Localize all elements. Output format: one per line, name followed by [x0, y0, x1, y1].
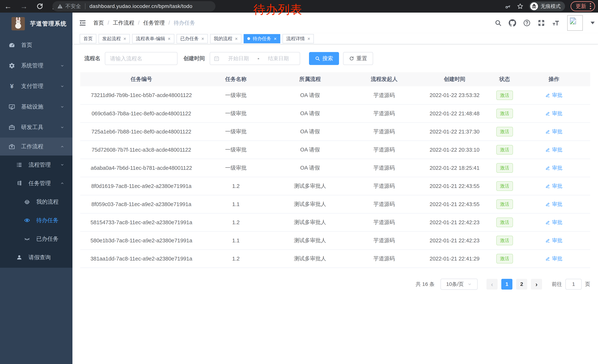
help-icon[interactable] — [523, 19, 531, 27]
tab-label: 我的流程 — [214, 36, 232, 42]
security-label[interactable]: 不安全 — [65, 3, 81, 10]
sidebar-item-task-management[interactable]: 任务管理 — [0, 174, 72, 193]
approve-link[interactable]: 审批 — [545, 237, 562, 244]
forward-icon[interactable]: → — [20, 2, 28, 10]
tab-close-icon[interactable]: × — [235, 36, 238, 41]
page-number-button[interactable]: 2 — [516, 279, 527, 290]
approve-link[interactable]: 审批 — [545, 164, 562, 171]
app-title: 芋道管理系统 — [30, 20, 67, 28]
process-name-label: 流程名 — [84, 55, 100, 62]
edit-pen-icon — [545, 220, 550, 225]
sidebar-item-done-tasks[interactable]: 已办任务 — [0, 230, 72, 248]
search-button[interactable]: 搜索 — [309, 52, 339, 65]
tab-close-icon[interactable]: × — [274, 36, 277, 41]
address-bar[interactable]: 不安全 dashboard.yudao.iocoder.cn/bpm/task/… — [52, 1, 216, 11]
create-time: 2022-01-22 21:37:30 — [430, 129, 479, 135]
sidebar-item-workflow[interactable]: 工作流程 — [0, 138, 72, 155]
app-logo-row[interactable]: 芋道管理系统 — [0, 13, 72, 35]
next-page-button[interactable]: › — [531, 279, 542, 290]
url-text[interactable]: dashboard.yudao.iocoder.cn/bpm/task/todo — [90, 3, 192, 9]
approve-link[interactable]: 审批 — [545, 183, 562, 190]
sidebar-item-leave-query[interactable]: 请假查询 — [0, 248, 72, 267]
column-header: 状态 — [492, 72, 518, 86]
sidebar-item-label: 基础设施 — [21, 103, 43, 111]
reload-icon[interactable] — [36, 2, 44, 10]
approve-link[interactable]: 审批 — [545, 128, 562, 135]
tab[interactable]: 待办任务 × — [244, 34, 280, 43]
tab-close-icon[interactable]: × — [168, 36, 171, 41]
pagination: 共 16 条 10条/页 ‹ 12 › 前往 页 — [80, 279, 590, 290]
back-icon[interactable]: ← — [4, 2, 12, 10]
sidebar-item-label: 已办任务 — [36, 235, 58, 243]
font-size-icon[interactable] — [552, 19, 560, 27]
approve-link[interactable]: 审批 — [545, 255, 562, 262]
approve-link[interactable]: 审批 — [545, 201, 562, 208]
goto-page-input[interactable] — [565, 279, 582, 290]
sidebar-item-system[interactable]: 系统管理 — [0, 55, 72, 76]
tab[interactable]: 发起流程 × — [99, 34, 130, 43]
edit-pen-icon — [545, 238, 550, 243]
tab[interactable]: 我的流程 × — [210, 34, 241, 43]
process-starter: 芋道源码 — [374, 183, 395, 189]
task-id: 73211d9d-7b9b-11ec-b5b7-acde48001122 — [91, 92, 192, 98]
avatar[interactable] — [567, 15, 583, 31]
github-icon[interactable] — [509, 19, 516, 27]
sidebar-item-label: 流程管理 — [29, 161, 51, 169]
approve-link[interactable]: 审批 — [545, 110, 562, 117]
fullscreen-icon[interactable] — [538, 19, 545, 27]
sidebar-item-label: 支付管理 — [21, 82, 43, 90]
sidebar-item-devtools[interactable]: 研发工具 — [0, 117, 72, 138]
approve-link[interactable]: 审批 — [545, 146, 562, 153]
tab[interactable]: 流程详情 × — [282, 34, 314, 43]
bookmark-star-icon[interactable] — [517, 3, 523, 10]
prev-page-button[interactable]: ‹ — [486, 279, 498, 290]
overlay-annotation: 待办列表 — [253, 1, 302, 18]
breadcrumb-item[interactable]: 工作流程 — [113, 19, 143, 27]
sidebar-item-payment[interactable]: ¥ 支付管理 — [0, 76, 72, 97]
list-icon — [15, 162, 23, 168]
sidebar-item-process-management[interactable]: 流程管理 — [0, 155, 72, 174]
task-name: 一级审批 — [225, 129, 247, 134]
tab[interactable]: 已办任务 × — [176, 34, 208, 43]
approve-label: 审批 — [552, 92, 562, 99]
sidebar-item-todo-tasks[interactable]: 待办任务 — [0, 211, 72, 230]
search-button-label: 搜索 — [322, 55, 333, 62]
approve-link[interactable]: 审批 — [545, 219, 562, 226]
browser-update-button[interactable]: 更新 — [571, 1, 595, 11]
reset-button[interactable]: 重置 — [343, 52, 373, 65]
process-name: OA 请假 — [300, 147, 320, 153]
breadcrumb-item[interactable]: 待办任务 — [174, 19, 195, 27]
avatar-dropdown-caret[interactable] — [590, 22, 595, 24]
tab-close-icon[interactable]: × — [307, 36, 310, 41]
tab-close-icon[interactable]: × — [201, 36, 204, 41]
tab[interactable]: 流程表单-编辑 × — [132, 34, 174, 43]
sidebar-item-label: 我的流程 — [36, 198, 58, 206]
search-icon[interactable] — [495, 19, 502, 26]
page-size-select[interactable]: 10条/页 — [440, 279, 478, 290]
tab-close-icon[interactable]: × — [123, 36, 126, 41]
tab[interactable]: 首页 × — [80, 34, 96, 43]
sidebar-fold-icon[interactable] — [79, 19, 86, 27]
approve-link[interactable]: 审批 — [545, 92, 562, 99]
breadcrumb-item[interactable]: 首页 — [93, 19, 113, 27]
task-name: 1.2 — [232, 219, 240, 225]
chevron-down-icon — [60, 63, 65, 68]
sidebar-item-infrastructure[interactable]: 基础设施 — [0, 97, 72, 117]
task-id: 069c6a63-7b8a-11ec-8ef0-acde48001122 — [91, 111, 191, 116]
page-content: 流程名 创建时间 开始日期 - 结束日期 — [72, 44, 598, 364]
browser-menu-icon[interactable] — [590, 3, 591, 10]
process-name-input[interactable] — [105, 52, 177, 65]
approve-label: 审批 — [552, 146, 562, 153]
create-time-label: 创建时间 — [183, 55, 205, 62]
breadcrumb-item[interactable]: 任务管理 — [143, 19, 174, 27]
sidebar-item-home[interactable]: 首页 — [0, 35, 72, 55]
goto-label: 前往 — [552, 281, 562, 288]
key-icon[interactable] — [505, 3, 511, 10]
sidebar-item-my-process[interactable]: 我的流程 — [0, 193, 72, 211]
date-range-input[interactable]: 开始日期 - 结束日期 — [210, 52, 300, 65]
sidebar-item-label: 系统管理 — [21, 62, 43, 69]
page-number-button[interactable]: 1 — [501, 279, 512, 290]
task-name: 1.2 — [232, 183, 240, 189]
yen-icon: ¥ — [8, 83, 16, 90]
task-id: 8f0d1619-7ac8-11ec-a9e2-a2380e71991a — [91, 183, 191, 189]
